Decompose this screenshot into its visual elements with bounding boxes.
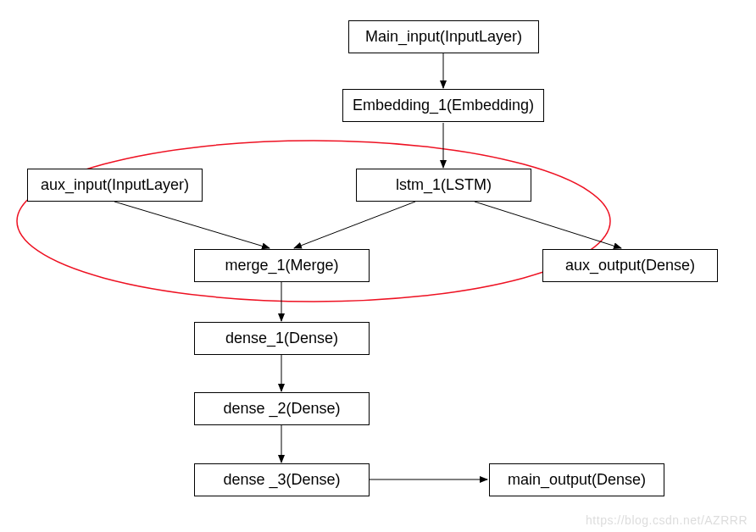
watermark-text: https://blog.csdn.net/AZRRR — [586, 513, 748, 527]
node-dense-3: dense _3(Dense) — [194, 463, 370, 496]
node-main-output-label: main_output(Dense) — [508, 471, 646, 489]
node-embedding-1-label: Embedding_1(Embedding) — [353, 97, 534, 114]
node-main-input: Main_input(InputLayer) — [348, 20, 539, 53]
node-aux-output-label: aux_output(Dense) — [565, 257, 695, 274]
edge-lstm-merge — [294, 202, 415, 248]
node-main-input-label: Main_input(InputLayer) — [365, 28, 522, 46]
node-lstm-1-label: lstm_1(LSTM) — [396, 176, 492, 194]
node-dense-2: dense _2(Dense) — [194, 392, 370, 425]
node-main-output: main_output(Dense) — [489, 463, 664, 496]
edge-lstm-aux-output — [475, 202, 621, 248]
node-dense-3-label: dense _3(Dense) — [223, 471, 340, 489]
node-dense-2-label: dense _2(Dense) — [223, 400, 340, 418]
node-merge-1: merge_1(Merge) — [194, 249, 370, 282]
node-dense-1-label: dense_1(Dense) — [225, 330, 338, 347]
node-aux-input-label: aux_input(InputLayer) — [41, 176, 189, 194]
node-embedding-1: Embedding_1(Embedding) — [342, 89, 544, 122]
node-dense-1: dense_1(Dense) — [194, 322, 370, 355]
node-lstm-1: lstm_1(LSTM) — [356, 169, 531, 202]
node-aux-input: aux_input(InputLayer) — [27, 169, 203, 202]
edge-aux-input-merge — [114, 202, 270, 248]
node-merge-1-label: merge_1(Merge) — [225, 257, 338, 274]
node-aux-output: aux_output(Dense) — [542, 249, 718, 282]
